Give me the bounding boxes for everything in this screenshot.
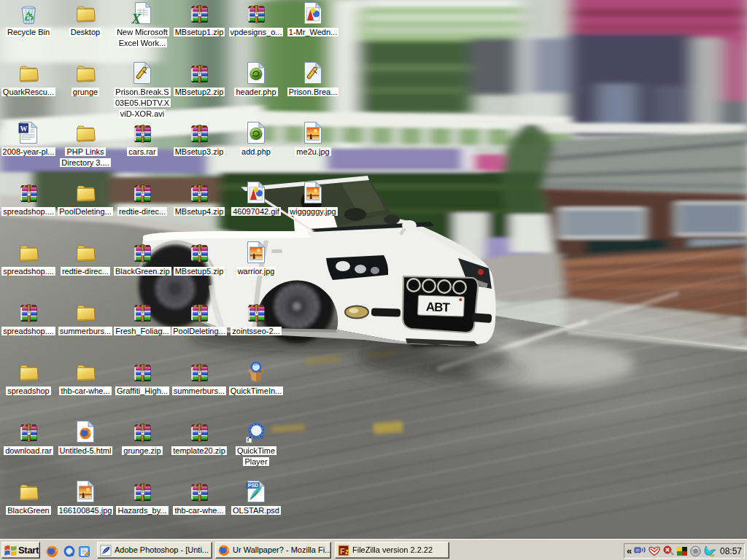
svg-text:ABT: ABT [426,300,451,314]
svg-text:Fz: Fz [340,546,349,555]
